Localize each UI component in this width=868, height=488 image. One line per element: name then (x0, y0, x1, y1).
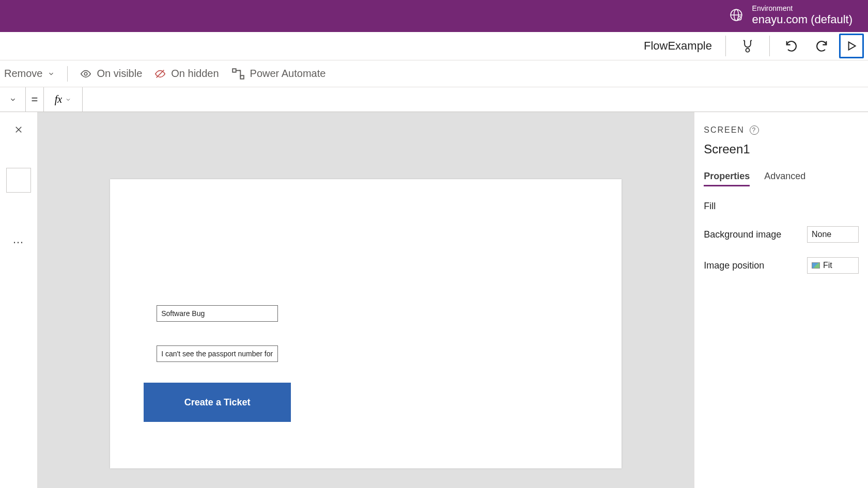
svg-rect-9 (240, 75, 244, 79)
fx-button[interactable]: fx (43, 87, 83, 112)
on-hidden-label: On hidden (171, 68, 219, 80)
description-input[interactable] (157, 345, 278, 362)
tab-properties[interactable]: Properties (704, 171, 750, 186)
create-ticket-button[interactable]: Create a Ticket (144, 383, 291, 422)
remove-button[interactable]: Remove (4, 68, 55, 80)
background-image-dropdown[interactable]: None (807, 226, 859, 243)
app-name: FlowExample (644, 39, 712, 53)
chevron-down-icon (65, 97, 71, 103)
formula-bar: = fx (0, 87, 868, 112)
fx-label: fx (55, 93, 62, 105)
app-checker-button[interactable] (735, 34, 760, 58)
power-automate-label: Power Automate (250, 68, 326, 80)
preview-button[interactable] (839, 34, 864, 58)
power-automate-button[interactable]: Power Automate (231, 67, 326, 81)
image-icon (812, 262, 820, 269)
image-position-dropdown[interactable]: Fit (807, 257, 859, 274)
environment-label: Environment (752, 5, 853, 12)
titlebar: Environment enayu.com (default) (0, 0, 868, 32)
separator (725, 36, 726, 56)
properties-panel: SCREEN ? Screen1 Properties Advanced Fil… (694, 112, 868, 488)
remove-label: Remove (4, 68, 42, 80)
property-dropdown[interactable] (0, 87, 26, 112)
equals-sign: = (26, 93, 43, 106)
image-position-value: Fit (823, 261, 832, 270)
chevron-down-icon (48, 70, 55, 77)
svg-marker-5 (849, 42, 856, 50)
screen-canvas[interactable]: Create a Ticket (110, 179, 622, 468)
image-position-label: Image position (704, 260, 764, 271)
environment-name: enayu.com (default) (752, 12, 853, 28)
svg-point-6 (85, 72, 88, 75)
app-toolbar: FlowExample (0, 32, 868, 60)
main-area: … Create a Ticket SCREEN ? Screen1 Prope… (0, 112, 868, 488)
redo-button[interactable] (809, 34, 834, 58)
close-tree-button[interactable] (10, 121, 27, 138)
on-visible-label: On visible (97, 68, 142, 80)
close-icon (14, 125, 23, 134)
left-rail: … (0, 112, 38, 488)
on-visible-button[interactable]: On visible (80, 68, 142, 80)
fill-label: Fill (704, 201, 716, 212)
separator (769, 36, 770, 56)
environment-block[interactable]: Environment enayu.com (default) (730, 5, 853, 28)
tab-advanced[interactable]: Advanced (764, 171, 805, 186)
tree-more-button[interactable]: … (12, 233, 25, 246)
separator (67, 66, 68, 82)
create-ticket-label: Create a Ticket (184, 397, 251, 408)
undo-button[interactable] (779, 34, 804, 58)
background-image-value: None (812, 230, 831, 239)
action-row: Remove On visible On hidden Power Automa… (0, 60, 868, 87)
tree-screen-thumb[interactable] (6, 168, 31, 193)
chevron-down-icon (9, 96, 17, 103)
formula-input[interactable] (83, 87, 868, 112)
eye-icon (80, 68, 91, 80)
screen-name: Screen1 (704, 142, 859, 156)
title-input[interactable] (157, 305, 278, 322)
environment-text: Environment enayu.com (default) (752, 5, 853, 28)
svg-point-4 (746, 49, 750, 52)
panel-heading: SCREEN (704, 125, 745, 135)
help-icon[interactable]: ? (750, 125, 759, 135)
on-hidden-button[interactable]: On hidden (154, 68, 219, 80)
svg-rect-8 (233, 69, 236, 72)
globe-icon (730, 8, 743, 24)
flow-icon (231, 67, 245, 81)
eye-off-icon (154, 68, 166, 80)
background-image-label: Background image (704, 229, 781, 240)
canvas-area[interactable]: Create a Ticket (38, 112, 694, 488)
